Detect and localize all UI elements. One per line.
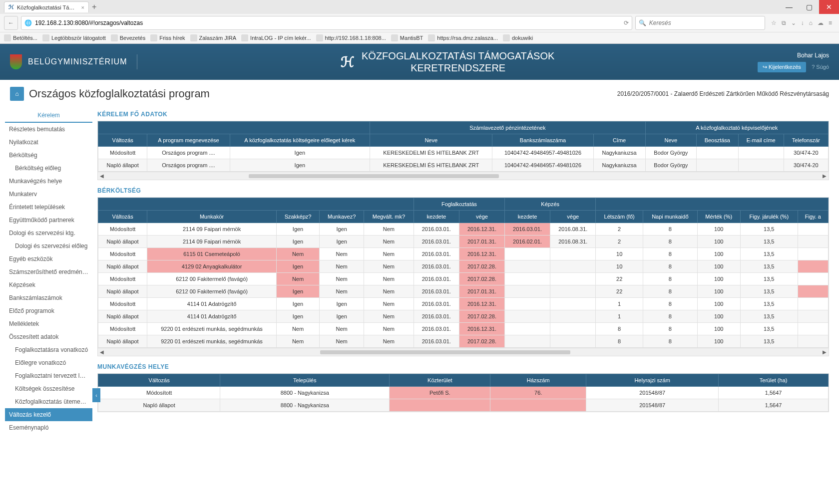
bookmark-item[interactable]: Bevezetés [111,34,145,41]
close-window-button[interactable]: ✕ [819,0,839,14]
table-row[interactable]: Napló állapot6212 00 Fakitermelő (favágó… [98,285,829,298]
tab-close-icon[interactable]: × [81,4,84,10]
chat-icon[interactable]: ☁ [818,19,824,26]
sidebar-header[interactable]: Kérelem [5,109,92,123]
scroll-left-icon[interactable]: ◀ [98,173,106,179]
sidebar-item[interactable]: Érintetett települések [5,201,92,214]
logout-button[interactable]: ↪ Kijelentkezés [758,62,806,72]
search-icon: 🔍 [639,19,646,26]
downloads-icon[interactable]: ↓ [801,19,804,26]
grid-berkoltseg-scrollbar[interactable]: ◀ ▶ [98,348,829,356]
sidebar-item[interactable]: Számszerűsíthető eredmény... [5,265,92,278]
table-row[interactable]: Napló állapot4129 02 AnyagkalkulátorIgen… [98,260,829,273]
table-row[interactable]: MódosítottOrszágos program ....IgenKERES… [98,147,829,159]
sidebar-item[interactable]: Változás kezelő [5,408,92,421]
page-title: Országos közfoglalkoztatási program [29,87,210,100]
bookmark-icon [428,34,435,41]
bookmark-item[interactable]: http://192.168.1.18:808... [316,34,386,41]
bookmark-item[interactable]: Betöltés... [4,34,37,41]
sidebar-item[interactable]: Bérköltség [5,149,92,162]
bookmark-item[interactable]: Legtöbbször látogatott [42,34,106,41]
sidebar-item[interactable]: Foglalkoztatni tervezett léts... [5,369,92,382]
pocket-icon[interactable]: ⌄ [791,19,796,26]
bookmark-icon [4,34,11,41]
search-bar[interactable]: 🔍 [635,16,765,30]
favicon-icon: ℋ [8,4,14,10]
bookmark-item[interactable]: dokuwiki [503,34,533,41]
bookmark-icon [111,34,118,41]
sidebar-item[interactable]: Bérköltség előleg [5,162,92,175]
help-link[interactable]: ? Súgó [812,64,829,70]
table-row[interactable]: Napló állapot2114 09 Faipari mérnökIgenI… [98,236,829,248]
bookmark-icon [150,34,157,41]
minimize-button[interactable]: — [779,0,799,14]
table-row[interactable]: Módosított4114 01 AdatrögzítőIgenIgenNem… [98,298,829,310]
sidebar-item[interactable]: Közfoglalkoztatás ütemezé... [5,395,92,408]
grid-berkoltseg: FoglalkoztatásKépzésVáltozásMunkakörSzak… [97,197,829,356]
sidebar-item[interactable]: Dologi és szervezési ktg. [5,227,92,240]
sidebar-item[interactable]: Munkaterv [5,188,92,201]
sidebar-item[interactable]: Foglalkoztatásra vonatkozó [5,343,92,356]
url-input[interactable] [35,19,621,26]
globe-icon: 🌐 [24,19,32,26]
app-header: BELÜGYMINISZTÉRIUM ℋ KÖZFOGLALKOZTATÁSI … [0,44,839,80]
table-row[interactable]: Módosított8800 - NagykanizsaPetőfi S.76.… [98,387,829,399]
star-icon[interactable]: ☆ [771,19,777,26]
table-row[interactable]: Módosított6115 01 CsemeteápolóNemNemNem2… [98,248,829,260]
table-row[interactable]: Napló állapot9220 01 erdészeti munkás, s… [98,335,829,348]
grid-kerelem-scrollbar[interactable]: ◀ ▶ [98,172,829,180]
menu-icon[interactable]: ≡ [829,19,832,26]
table-row[interactable]: Napló állapot8800 - Nagykanizsa201548/87… [98,399,829,412]
sidebar-collapse-handle[interactable]: ‹ [92,388,100,402]
table-row[interactable]: Módosított9220 01 erdészeti munkás, segé… [98,323,829,335]
search-input[interactable] [649,19,762,26]
sidebar-item[interactable]: Munkavégzés helye [5,175,92,188]
sidebar-item[interactable]: Előző programok [5,304,92,317]
url-bar[interactable]: 🌐 ⟳ [21,16,632,30]
sidebar-item[interactable]: Bankszámlaszámok [5,291,92,304]
sidebar-item[interactable]: Előlegre vonatkozó [5,356,92,369]
app-title-line1: KÖZFOGLALKOZTATÁSI TÁMOGATÁSOK [362,50,554,62]
scroll-right-icon[interactable]: ▶ [821,349,829,355]
bookmark-item[interactable]: Friss hírek [150,34,185,41]
bookmark-item[interactable]: IntraLOG - IP cím lekér... [241,34,311,41]
sidebar-item[interactable]: Képzések [5,278,92,291]
home-icon[interactable]: ⌂ [809,19,813,26]
sidebar-item[interactable]: Együttműködő partnerek [5,214,92,227]
table-row[interactable]: Módosított2114 09 Faipari mérnökIgenIgen… [98,223,829,236]
sidebar-item[interactable]: Összesített adatok [5,330,92,343]
home-button[interactable]: ⌂ [10,87,24,101]
sidebar-item[interactable]: Dologi és szervezési előleg [5,240,92,252]
bookmark-item[interactable]: Zalaszám JIRA [190,34,237,41]
table-row[interactable]: Napló állapot4114 01 AdatrögzítőIgenIgen… [98,310,829,323]
table-row[interactable]: Módosított6212 00 Fakitermelő (favágó)Ne… [98,273,829,285]
sidebar-item[interactable]: Egyéb eszközök [5,252,92,265]
library-icon[interactable]: ⧉ [782,19,786,26]
app-logo-icon: ℋ [341,54,355,70]
table-row[interactable]: Napló állapotOrszágos program ....IgenKE… [98,159,829,172]
app-title-line2: KERETRENDSZERE [362,62,554,74]
bookmark-icon [503,34,510,41]
section-munkavegzes-title: MUNKAVÉGZÉS HELYE [97,363,829,370]
crest-icon [10,54,22,69]
browser-tab[interactable]: ℋ Közfoglalkoztatási Támog... × [4,1,89,12]
sidebar-item[interactable]: Részletes bemutatás [5,123,92,136]
grid-munkavegzes: VáltozásTelepülésKözterületHázszámHelyra… [97,373,829,412]
sidebar: Kérelem Részletes bemutatásNyilatkozatBé… [5,109,92,434]
new-tab-button[interactable]: + [92,2,96,11]
bookmark-icon [241,34,248,41]
scroll-right-icon[interactable]: ▶ [821,173,829,179]
bookmark-item[interactable]: https://rsa.dmz.zalasza... [428,34,498,41]
tab-title: Közfoglalkoztatási Támog... [17,4,78,10]
sidebar-item[interactable]: Mellékletek [5,317,92,330]
reload-icon[interactable]: ⟳ [624,19,629,26]
sidebar-item[interactable]: Eseménynapló [5,421,92,434]
bookmark-item[interactable]: MantisBT [391,34,423,41]
section-berkoltseg-title: BÉRKÖLTSÉG [97,187,829,194]
sidebar-item[interactable]: Nyilatkozat [5,136,92,149]
maximize-button[interactable]: ▢ [799,0,819,14]
home-icon: ⌂ [15,90,18,97]
sidebar-item[interactable]: Költségek összesítése [5,382,92,395]
scroll-left-icon[interactable]: ◀ [98,349,106,355]
back-button[interactable]: ← [4,16,18,30]
